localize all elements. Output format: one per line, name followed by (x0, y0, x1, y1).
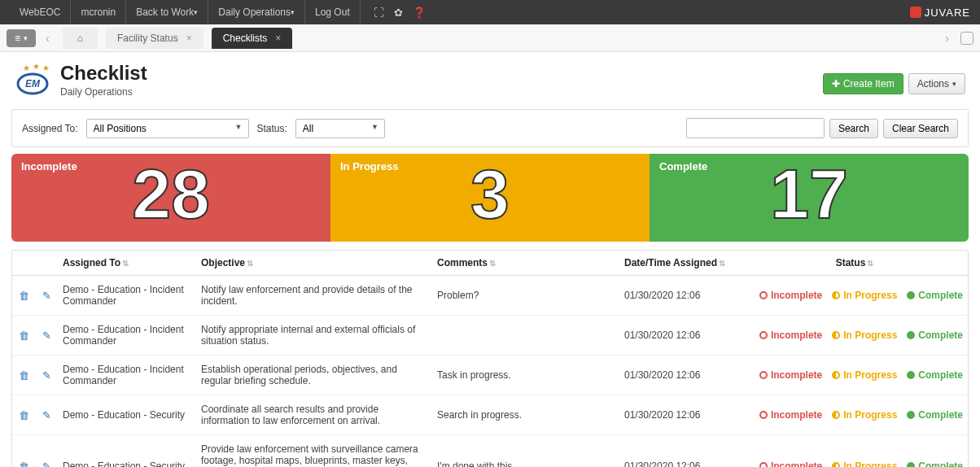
close-icon[interactable]: × (275, 33, 281, 44)
svg-text:★: ★ (33, 64, 40, 71)
status-option-complete[interactable]: Complete (907, 409, 963, 421)
em-logo-icon: EM★★★ (15, 64, 50, 95)
status-summary-cards: Incomplete 28 In Progress 3 Complete 17 (11, 154, 969, 242)
status-option-complete[interactable]: Complete (907, 290, 963, 301)
filter-bar: Assigned To: All Positions Status: All S… (11, 109, 969, 147)
cell-comments (432, 316, 619, 356)
create-item-button[interactable]: ✚Create Item (823, 73, 903, 94)
actions-dropdown[interactable]: Actions▾ (908, 73, 965, 94)
cell-status: Incomplete In Progress Complete (742, 316, 968, 356)
edit-row-icon[interactable]: ✎ (42, 290, 51, 302)
status-group: Incomplete In Progress Complete (746, 369, 963, 381)
brand-mark-icon (910, 7, 921, 18)
status-option-inprogress[interactable]: In Progress (832, 460, 897, 467)
col-objective[interactable]: Objective⇅ (196, 251, 432, 276)
edit-row-icon[interactable]: ✎ (42, 369, 51, 382)
menu-icon: ≡ (15, 33, 20, 44)
col-date[interactable]: Date/Time Assigned⇅ (619, 251, 742, 276)
edit-row-icon[interactable]: ✎ (42, 330, 51, 342)
status-option-inprogress[interactable]: In Progress (832, 409, 897, 421)
delete-row-icon[interactable]: 🗑 (19, 460, 29, 468)
status-option-complete[interactable]: Complete (907, 460, 963, 467)
cell-date: 01/30/2020 12:06 (619, 316, 742, 356)
sort-icon: ⇅ (719, 259, 725, 268)
col-assigned-to[interactable]: Assigned To⇅ (58, 251, 196, 276)
cell-comments: Search in progress. (432, 395, 619, 435)
status-option-inprogress[interactable]: In Progress (832, 290, 897, 301)
page-header-right: ✚Create Item Actions▾ (823, 73, 965, 94)
delete-row-icon[interactable]: 🗑 (19, 369, 29, 382)
tab-facility-status[interactable]: Facility Status × (106, 28, 203, 49)
user-name[interactable]: mcronin (71, 0, 126, 24)
table-header-row: Assigned To⇅ Objective⇅ Comments⇅ Date/T… (12, 251, 968, 276)
menu-back-to-work[interactable]: Back to Work▾ (126, 0, 208, 24)
status-option-incomplete[interactable]: Incomplete (759, 409, 822, 421)
filter-bar-left: Assigned To: All Positions Status: All (22, 119, 385, 138)
circle-icon (759, 411, 768, 419)
status-option-incomplete[interactable]: Incomplete (759, 330, 822, 341)
sort-icon: ⇅ (489, 259, 496, 268)
delete-row-icon[interactable]: 🗑 (19, 290, 29, 302)
status-option-complete[interactable]: Complete (907, 369, 963, 381)
tab-home[interactable]: ⌂ (63, 28, 98, 49)
filled-circle-icon (907, 462, 915, 467)
status-option-inprogress[interactable]: In Progress (832, 369, 897, 381)
search-input[interactable] (686, 118, 825, 138)
card-complete[interactable]: Complete 17 (650, 154, 969, 242)
cell-comments: I'm done with this. (432, 435, 619, 468)
tab-bar-right: › (940, 32, 973, 45)
status-option-complete[interactable]: Complete (907, 330, 963, 341)
filled-circle-icon (907, 331, 915, 339)
search-button[interactable]: Search (829, 119, 878, 138)
menu-toggle-button[interactable]: ≡▾ (7, 29, 36, 47)
col-assigned-to-label: Assigned To (63, 257, 120, 268)
logout-link[interactable]: Log Out (305, 0, 361, 24)
edit-row-icon[interactable]: ✎ (42, 409, 51, 421)
status-option-incomplete[interactable]: Incomplete (759, 460, 822, 467)
status-option-incomplete[interactable]: Incomplete (759, 290, 822, 301)
col-status[interactable]: Status⇅ (742, 251, 968, 276)
plus-icon: ✚ (832, 78, 840, 89)
cell-objective: Coordinate all search results and provid… (196, 395, 432, 435)
actions-label: Actions (917, 78, 949, 89)
panel-toggle-icon[interactable] (960, 32, 973, 45)
clear-search-button[interactable]: Clear Search (883, 119, 958, 138)
chevron-down-icon: ▾ (291, 8, 295, 16)
delete-row-icon[interactable]: 🗑 (19, 330, 29, 342)
status-select[interactable]: All (295, 119, 385, 138)
brand-logo: JUVARE (910, 7, 970, 19)
col-comments[interactable]: Comments⇅ (432, 251, 619, 276)
fullscreen-icon[interactable]: ⛶ (374, 7, 384, 19)
assigned-to-select[interactable]: All Positions (86, 119, 249, 138)
card-incomplete-value: 28 (11, 159, 330, 229)
col-status-label: Status (836, 257, 866, 268)
delete-row-icon[interactable]: 🗑 (19, 409, 29, 421)
help-icon[interactable]: ❓ (413, 7, 426, 19)
tab-scroll-left[interactable]: ‹ (41, 32, 55, 45)
tab-scroll-right[interactable]: › (940, 32, 954, 45)
cell-objective: Notify law enforcement and provide detai… (196, 276, 432, 316)
app-name[interactable]: WebEOC (10, 0, 71, 24)
cell-assigned: Demo - Education - Security (58, 395, 196, 435)
tab-checklists[interactable]: Checklists × (212, 28, 293, 49)
status-option-incomplete[interactable]: Incomplete (759, 369, 822, 381)
filled-circle-icon (907, 291, 915, 299)
col-comments-label: Comments (437, 257, 488, 268)
brand-text: JUVARE (925, 7, 970, 19)
table-row: 🗑✎Demo - Education - SecurityProvide law… (12, 435, 968, 468)
cell-status: Incomplete In Progress Complete (742, 395, 968, 435)
card-in-progress[interactable]: In Progress 3 (330, 154, 650, 242)
status-option-inprogress[interactable]: In Progress (832, 330, 897, 341)
cell-date: 01/30/2020 12:06 (619, 435, 742, 468)
assigned-to-label: Assigned To: (22, 123, 78, 134)
filter-bar-right: Search Clear Search (686, 118, 958, 138)
gear-icon[interactable]: ✿ (394, 7, 403, 19)
card-in-progress-value: 3 (330, 159, 650, 229)
cell-objective: Establish operational periods, objective… (196, 356, 432, 395)
close-icon[interactable]: × (186, 33, 192, 44)
status-label: Status: (257, 123, 287, 134)
menu-daily-operations[interactable]: Daily Operations▾ (208, 0, 305, 24)
edit-row-icon[interactable]: ✎ (42, 460, 51, 468)
col-delete (12, 251, 35, 276)
card-incomplete[interactable]: Incomplete 28 (11, 154, 330, 242)
